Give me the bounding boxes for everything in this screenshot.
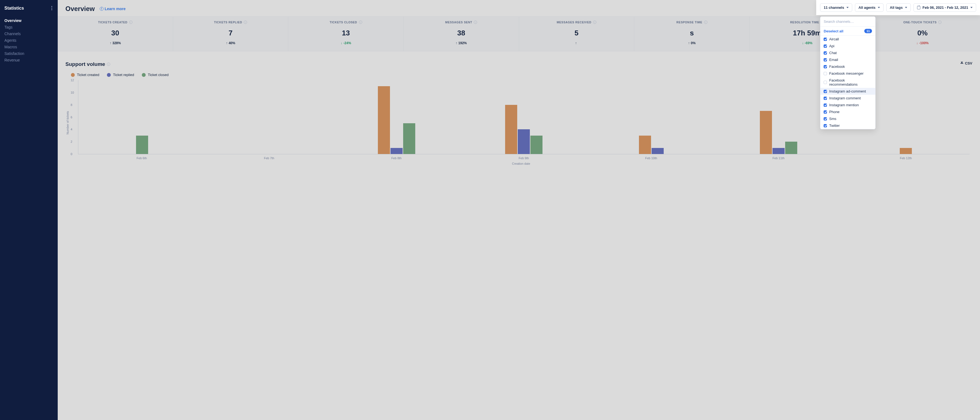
checkbox-icon[interactable]: [824, 38, 827, 41]
legend-label-closed: Ticket closed: [148, 73, 169, 77]
caret-down-icon: [878, 7, 880, 8]
kpi-delta-value: -69%: [805, 41, 812, 45]
kpi-delta: ↓-100%: [870, 41, 975, 45]
kpi-card: ONE-TOUCH TICKETSi0%↓-100%: [865, 17, 980, 51]
kpi-card: TICKETS CREATEDi30↑328%: [58, 17, 173, 51]
channel-option[interactable]: Facebook recommendations: [820, 77, 875, 88]
arrow-down-icon: ↓: [802, 41, 803, 45]
date-range-filter-button[interactable]: Feb 06, 2021 - Feb 12, 2021: [913, 3, 976, 12]
bar-group: [205, 80, 333, 154]
channels-dropdown: Deselect all 11 AircallApiChatEmailFaceb…: [820, 16, 875, 129]
checkbox-icon[interactable]: [824, 58, 827, 62]
arrow-up-icon: ↑: [456, 41, 457, 45]
channels-filter-wrapper: 11 channels Deselect all 11 AircallApiCh…: [820, 3, 852, 12]
y-tick-label: 12: [71, 79, 74, 82]
bar-group: [587, 80, 715, 154]
sidebar-item-macros[interactable]: Macros: [5, 44, 53, 50]
kpi-card: MESSAGES RECEIVEDi5↑: [519, 17, 635, 51]
download-icon: [961, 63, 963, 64]
channel-option[interactable]: Phone: [820, 108, 875, 115]
checkbox-icon[interactable]: [824, 72, 827, 75]
checkbox-icon[interactable]: [824, 44, 827, 48]
swatch-replied: [107, 73, 111, 77]
selected-count-pill: 11: [864, 29, 872, 33]
kpi-card: MESSAGES SENTi38↑192%: [404, 17, 519, 51]
channel-option[interactable]: Facebook messenger: [820, 70, 875, 77]
checkbox-icon[interactable]: [824, 110, 827, 114]
kpi-delta: ↓-24%: [294, 41, 398, 45]
export-csv-button[interactable]: CSV: [961, 61, 972, 65]
arrow-down-icon: ↓: [916, 41, 918, 45]
kpi-delta-value: 0%: [691, 41, 695, 45]
kpi-label: MESSAGES RECEIVED: [557, 21, 592, 24]
x-tick-label: Feb 10th: [587, 154, 715, 160]
kpi-value: 30: [63, 29, 167, 37]
info-icon: i: [593, 21, 597, 24]
swatch-closed: [142, 73, 146, 77]
checkbox-icon[interactable]: [824, 81, 827, 84]
channel-option[interactable]: Api: [820, 43, 875, 49]
kpi-delta-value: -100%: [919, 41, 929, 45]
caret-down-icon: [905, 7, 907, 8]
learn-more-label: Learn more: [105, 6, 126, 11]
bar: [403, 123, 415, 154]
channel-option-label: Facebook recommendations: [829, 78, 872, 87]
channel-option-label: Facebook: [829, 65, 845, 69]
channel-option[interactable]: Twitter: [820, 122, 875, 129]
channel-option-label: Phone: [829, 110, 840, 114]
channel-option[interactable]: Instagram mention: [820, 101, 875, 108]
checkbox-icon[interactable]: [824, 124, 827, 127]
y-tick-label: 0: [71, 152, 72, 156]
channels-list: AircallApiChatEmailFacebookFacebook mess…: [820, 36, 875, 129]
kpi-delta-value: -24%: [344, 41, 351, 45]
deselect-all-link[interactable]: Deselect all: [824, 29, 843, 33]
channel-option-label: Aircall: [829, 37, 839, 41]
channel-option[interactable]: Instagram ad-comment: [820, 88, 875, 95]
agents-filter-button[interactable]: All agents: [855, 3, 883, 12]
checkbox-icon[interactable]: [824, 51, 827, 55]
sidebar: Statistics OverviewTagsChannelsAgentsMac…: [0, 0, 58, 420]
kpi-label: ONE-TOUCH TICKETS: [903, 21, 937, 24]
channel-option-label: Instagram comment: [829, 96, 861, 100]
channel-option[interactable]: Email: [820, 56, 875, 63]
sidebar-item-satisfaction[interactable]: Satisfaction: [5, 51, 53, 56]
kpi-value: 5: [525, 29, 629, 37]
legend-item-closed: Ticket closed: [142, 73, 169, 77]
bar-group: [333, 80, 460, 154]
checkbox-icon[interactable]: [824, 90, 827, 93]
x-tick-label: Feb 12th: [842, 154, 970, 160]
tags-filter-label: All tags: [890, 5, 903, 10]
legend-label-replied: Ticket replied: [113, 73, 134, 77]
sidebar-header: Statistics: [0, 5, 58, 18]
checkbox-icon[interactable]: [824, 65, 827, 68]
info-icon: i: [129, 21, 132, 24]
arrow-down-icon: ↓: [341, 41, 342, 45]
checkbox-icon[interactable]: [824, 97, 827, 100]
caret-down-icon: [846, 7, 849, 8]
channels-search-input[interactable]: [820, 17, 875, 26]
kpi-value: 7: [179, 29, 283, 37]
bar: [390, 148, 402, 154]
sidebar-item-revenue[interactable]: Revenue: [5, 57, 53, 63]
channel-option[interactable]: Instagram comment: [820, 95, 875, 101]
channel-option-label: Api: [829, 44, 834, 48]
channel-option[interactable]: Sms: [820, 115, 875, 122]
sidebar-item-agents[interactable]: Agents: [5, 38, 53, 43]
tags-filter-button[interactable]: All tags: [886, 3, 911, 12]
channels-filter-button[interactable]: 11 channels: [820, 3, 852, 12]
sidebar-item-overview[interactable]: Overview: [5, 18, 53, 23]
checkbox-icon[interactable]: [824, 117, 827, 120]
channel-option[interactable]: Chat: [820, 49, 875, 56]
filters-row: 11 channels Deselect all 11 AircallApiCh…: [820, 3, 976, 12]
y-tick-label: 6: [71, 116, 72, 119]
kebab-menu-icon[interactable]: [50, 5, 53, 11]
learn-more-link[interactable]: i Learn more: [100, 6, 126, 11]
channels-dropdown-header: Deselect all 11: [820, 26, 875, 36]
checkbox-icon[interactable]: [824, 103, 827, 107]
arrow-up-icon: ↑: [110, 41, 111, 45]
sidebar-item-tags[interactable]: Tags: [5, 24, 53, 30]
channel-option[interactable]: Aircall: [820, 36, 875, 43]
channel-option[interactable]: Facebook: [820, 63, 875, 70]
channel-option-label: Facebook messenger: [829, 71, 864, 76]
sidebar-item-channels[interactable]: Channels: [5, 31, 53, 36]
